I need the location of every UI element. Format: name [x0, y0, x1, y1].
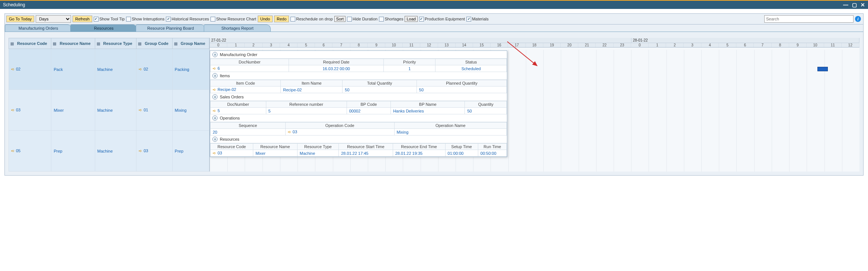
goto-today-button[interactable]: Go To Today — [6, 16, 34, 22]
hour-label: 19 — [543, 43, 561, 47]
hour-label: 14 — [456, 43, 473, 47]
link-arrow-icon[interactable]: ➪ — [213, 87, 216, 92]
search-area: i — [764, 15, 861, 23]
show-interruptions-checkbox[interactable] — [126, 17, 131, 22]
hour-label: 18 — [526, 43, 543, 47]
table-row[interactable]: ➪Recipe-02 Recipe-02 50 50 — [210, 86, 507, 93]
hour-label: 2 — [666, 43, 684, 47]
column-menu-icon[interactable]: ▤ — [138, 42, 141, 46]
hour-label: 20 — [561, 43, 578, 47]
tab-resources[interactable]: Resources — [70, 25, 137, 32]
collapse-icon[interactable]: ∧ — [212, 137, 218, 142]
gantt-area[interactable]: 27-01-22 28-01-22 0123456789101112131415… — [209, 38, 859, 172]
toolbar: Go To Today Days Refresh Show Tool Tip S… — [5, 14, 863, 25]
hour-label: 10 — [385, 43, 403, 47]
hour-label: 0 — [631, 43, 649, 47]
hour-label: 11 — [824, 43, 842, 47]
col-group-code[interactable]: ▤Group Code — [136, 38, 173, 49]
hour-label: 2 — [245, 43, 262, 47]
hour-label: 12 — [842, 43, 859, 47]
show-tooltip-label: Show Tool Tip — [99, 17, 125, 21]
table-row[interactable]: 20 ➪03 Mixing — [210, 129, 507, 136]
link-arrow-icon[interactable]: ➪ — [11, 67, 15, 71]
col-resource-code[interactable]: ▤Resource Code — [9, 38, 51, 49]
hour-label: 8 — [772, 43, 789, 47]
hour-label: 9 — [368, 43, 385, 47]
timeunit-select[interactable]: Days — [36, 15, 71, 23]
hour-label: 4 — [701, 43, 719, 47]
mo-table: DocNumber Required Date Priority Status … — [210, 59, 507, 72]
materials-label: Materials — [472, 17, 489, 21]
items-table: Item Code Item Name Total Quantity Plann… — [210, 80, 507, 93]
sort-button[interactable]: Sort — [334, 16, 345, 22]
gantt-task-bar[interactable] — [817, 67, 828, 71]
historical-resources-checkbox[interactable] — [166, 17, 171, 22]
hour-label: 17 — [508, 43, 525, 47]
link-arrow-icon[interactable]: ➪ — [213, 66, 216, 71]
section-header-ops: ∧ Operations — [210, 114, 507, 122]
table-row[interactable]: ➪03 Mixer Machine ➪01 Mixing — [9, 90, 209, 131]
materials-checkbox[interactable] — [466, 17, 471, 22]
table-row[interactable]: ➪6 16.03.22 00:00 1 Scheduled — [210, 65, 507, 72]
hour-label: 23 — [614, 43, 631, 47]
production-equipment-checkbox[interactable] — [419, 17, 424, 22]
load-button[interactable]: Load — [405, 16, 417, 22]
hide-duration-checkbox[interactable] — [347, 17, 352, 22]
minimize-button[interactable]: — — [843, 2, 848, 8]
column-menu-icon[interactable]: ▤ — [97, 42, 100, 46]
hour-label: 7 — [332, 43, 350, 47]
table-row[interactable]: ➪03 Mixer Machine 28.01.22 17:45 28.01.2… — [210, 150, 507, 157]
maximize-button[interactable]: ▢ — [852, 2, 857, 8]
tab-bar: Manufacturing Orders Resources Resource … — [5, 25, 863, 32]
close-button[interactable]: ✕ — [861, 2, 865, 8]
hour-label: 1 — [649, 43, 666, 47]
hour-row: 0123456789101112131415161718192021222301… — [210, 43, 859, 47]
link-arrow-icon[interactable]: ➪ — [213, 151, 216, 155]
hour-label: 6 — [315, 43, 332, 47]
hour-label: 7 — [754, 43, 771, 47]
col-resource-type[interactable]: ▤Resource Type — [95, 38, 136, 49]
redo-button[interactable]: Redo — [274, 16, 289, 22]
table-row[interactable]: ➪05 Prep Machine ➪03 Prep — [9, 131, 209, 172]
production-equipment-label: Production Equipment — [425, 17, 465, 21]
res-table: Resource Code Resource Name Resource Typ… — [210, 143, 507, 157]
link-arrow-icon[interactable]: ➪ — [139, 148, 142, 153]
shortages-checkbox[interactable] — [379, 17, 384, 22]
reschedule-on-drop-checkbox[interactable] — [290, 17, 295, 22]
table-row[interactable]: ➪02 Pack Machine ➪02 Packing — [9, 49, 209, 90]
date-label: 27-01-22 — [210, 38, 631, 43]
hour-label: 13 — [438, 43, 456, 47]
link-arrow-icon[interactable]: ➪ — [288, 130, 291, 134]
show-tooltip-checkbox[interactable] — [94, 17, 99, 22]
link-arrow-icon[interactable]: ➪ — [139, 67, 142, 71]
section-header-so: ∧ Sales Orders — [210, 93, 507, 101]
info-icon[interactable]: i — [855, 16, 861, 22]
show-resource-chart-label: Show Resource Chart — [216, 17, 256, 21]
undo-button[interactable]: Undo — [258, 16, 273, 22]
link-arrow-icon[interactable]: ➪ — [139, 108, 142, 112]
show-resource-chart-checkbox[interactable] — [210, 17, 215, 22]
hour-label: 16 — [491, 43, 508, 47]
collapse-icon[interactable]: ∧ — [212, 73, 218, 78]
column-menu-icon[interactable]: ▤ — [10, 42, 14, 46]
tab-manufacturing-orders[interactable]: Manufacturing Orders — [5, 25, 72, 32]
link-arrow-icon[interactable]: ➪ — [11, 148, 15, 153]
table-row[interactable]: ➪5 5 00002 Hanks Deliveries 50 — [210, 108, 507, 114]
col-resource-name[interactable]: ▤Resource Name — [51, 38, 95, 49]
resources-table: ▤Resource Code ▤Resource Name ▤Resource … — [9, 38, 209, 172]
link-arrow-icon[interactable]: ➪ — [11, 108, 15, 112]
column-menu-icon[interactable]: ▤ — [53, 42, 56, 46]
column-menu-icon[interactable]: ▤ — [174, 42, 177, 46]
hour-label: 10 — [807, 43, 824, 47]
hour-label: 5 — [298, 43, 315, 47]
historical-resources-label: Historical Resources — [171, 17, 209, 21]
search-input[interactable] — [764, 15, 853, 23]
tab-shortages-report[interactable]: Shortages Report — [204, 25, 271, 32]
refresh-button[interactable]: Refresh — [73, 16, 92, 22]
collapse-icon[interactable]: ∧ — [212, 115, 218, 121]
tab-resource-planning-board[interactable]: Resource Planning Board — [136, 25, 205, 32]
link-arrow-icon[interactable]: ➪ — [213, 108, 216, 113]
col-group-name[interactable]: ▤Group Name — [172, 38, 209, 49]
collapse-icon[interactable]: ∧ — [212, 52, 218, 57]
collapse-icon[interactable]: ∧ — [212, 94, 218, 99]
